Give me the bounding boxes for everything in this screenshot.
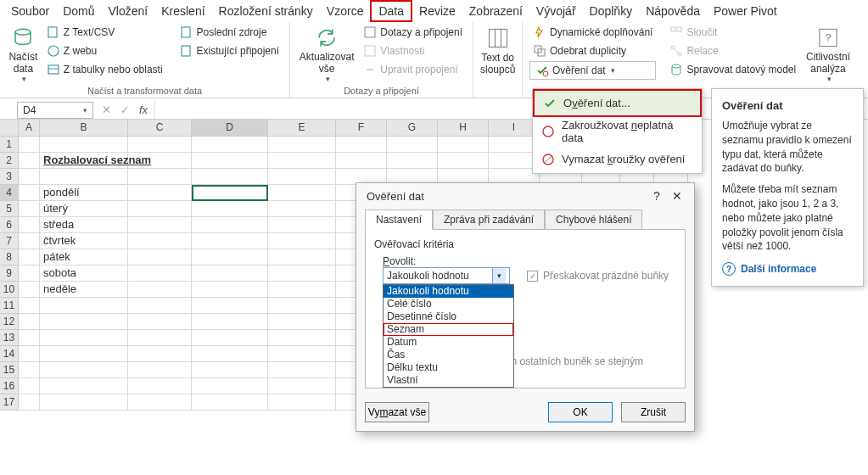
col-header-A[interactable]: A <box>19 120 40 137</box>
cell[interactable] <box>128 298 192 314</box>
cell[interactable] <box>19 185 40 201</box>
cell[interactable] <box>387 137 438 153</box>
cell[interactable] <box>192 169 268 185</box>
row-header[interactable]: 13 <box>0 330 19 346</box>
cell[interactable]: pátek <box>40 249 128 265</box>
opt-date[interactable]: Datum <box>384 336 513 349</box>
cell[interactable] <box>192 298 268 314</box>
menu-page-layout[interactable]: Rozložení stránky <box>212 2 320 20</box>
cell[interactable]: středa <box>40 217 128 233</box>
menu-insert[interactable]: Vložení <box>102 2 155 20</box>
cell[interactable] <box>19 298 40 314</box>
cell[interactable] <box>19 330 40 346</box>
cell[interactable] <box>268 153 336 169</box>
cell[interactable] <box>40 298 128 314</box>
cell[interactable]: úterý <box>40 201 128 217</box>
cell[interactable] <box>128 201 192 217</box>
cell[interactable] <box>19 169 40 185</box>
cell[interactable] <box>19 217 40 233</box>
clear-all-button[interactable]: Vymazat vše <box>365 402 429 422</box>
cell[interactable] <box>268 394 336 411</box>
dv-item-validation[interactable]: Ověření dat... <box>533 89 702 117</box>
ok-button[interactable]: OK <box>548 402 613 422</box>
dialog-close-button[interactable]: ✕ <box>667 189 687 203</box>
fx-icon[interactable]: fx <box>136 103 151 116</box>
cell[interactable] <box>19 394 40 411</box>
cell[interactable] <box>128 394 192 411</box>
cell[interactable] <box>128 233 192 249</box>
cell[interactable] <box>40 378 128 394</box>
menu-powerpivot[interactable]: Power Pivot <box>707 2 784 20</box>
tooltip-more-link[interactable]: Další informace <box>722 262 853 276</box>
col-header-D[interactable]: D <box>192 120 268 137</box>
recent-sources[interactable]: Poslední zdroje <box>176 24 283 41</box>
cell[interactable] <box>192 185 268 201</box>
cell[interactable] <box>128 282 192 298</box>
cell[interactable] <box>268 330 336 346</box>
cell[interactable] <box>128 169 192 185</box>
cell[interactable] <box>192 153 268 169</box>
from-web[interactable]: Z webu <box>43 42 166 59</box>
cell[interactable] <box>192 346 268 362</box>
cell[interactable] <box>40 362 128 378</box>
cell[interactable] <box>128 330 192 346</box>
dv-item-clear-circles[interactable]: Vymazat kroužky ověření <box>533 145 702 173</box>
cell[interactable]: sobota <box>40 265 128 282</box>
from-table[interactable]: Z tabulky nebo oblasti <box>43 61 166 78</box>
refresh-all-button[interactable]: Aktualizovat vše▾ <box>297 24 356 83</box>
menu-addins[interactable]: Doplňky <box>583 2 640 20</box>
row-header[interactable]: 8 <box>0 249 19 265</box>
cell[interactable] <box>268 185 336 201</box>
select-all-corner[interactable] <box>0 120 19 137</box>
cell[interactable] <box>192 217 268 233</box>
cell[interactable] <box>40 137 128 153</box>
row-header[interactable]: 2 <box>0 153 19 169</box>
row-header[interactable]: 9 <box>0 265 19 282</box>
cell[interactable] <box>268 233 336 249</box>
cell[interactable] <box>268 169 336 185</box>
row-header[interactable]: 12 <box>0 314 19 330</box>
opt-list[interactable]: Seznam <box>384 323 513 336</box>
cell[interactable] <box>336 153 387 169</box>
cell[interactable] <box>128 314 192 330</box>
menu-view[interactable]: Zobrazení <box>462 2 529 20</box>
remove-duplicates[interactable]: Odebrat duplicity <box>529 42 656 59</box>
cell[interactable] <box>268 378 336 394</box>
cell[interactable] <box>19 201 40 217</box>
cell[interactable] <box>268 201 336 217</box>
cell[interactable] <box>19 314 40 330</box>
cancel-button[interactable]: Zrušit <box>621 402 686 422</box>
cell[interactable]: čtvrtek <box>40 233 128 249</box>
row-header[interactable]: 17 <box>0 394 19 411</box>
col-header-G[interactable]: G <box>387 120 438 137</box>
row-header[interactable]: 16 <box>0 378 19 394</box>
cell[interactable] <box>40 330 128 346</box>
cell[interactable] <box>128 249 192 265</box>
row-header[interactable]: 15 <box>0 362 19 378</box>
cell[interactable] <box>192 265 268 282</box>
dialog-titlebar[interactable]: Ověření dat ? ✕ <box>356 183 694 209</box>
cell[interactable] <box>40 169 128 185</box>
menu-developer[interactable]: Vývojář <box>529 2 583 20</box>
row-header[interactable]: 11 <box>0 298 19 314</box>
cell[interactable] <box>268 282 336 298</box>
cell[interactable] <box>40 394 128 411</box>
col-header-C[interactable]: C <box>128 120 192 137</box>
cell[interactable] <box>192 314 268 330</box>
data-validation-button[interactable]: Ověření dat▾ <box>529 61 656 80</box>
cell[interactable] <box>128 137 192 153</box>
col-header-F[interactable]: F <box>336 120 387 137</box>
cell[interactable] <box>128 185 192 201</box>
row-header[interactable]: 4 <box>0 185 19 201</box>
cell[interactable] <box>336 137 387 153</box>
tab-error-alert[interactable]: Chybové hlášení <box>545 210 642 230</box>
cell[interactable] <box>19 282 40 298</box>
cell[interactable] <box>128 362 192 378</box>
cell[interactable] <box>192 233 268 249</box>
what-if-analysis-button[interactable]: ? Citlivostní analýza▾ <box>804 24 852 83</box>
opt-whole[interactable]: Celé číslo <box>384 298 513 310</box>
menu-file[interactable]: Soubor <box>4 2 56 20</box>
cell[interactable] <box>192 282 268 298</box>
row-header[interactable]: 7 <box>0 233 19 249</box>
cell[interactable] <box>268 314 336 330</box>
